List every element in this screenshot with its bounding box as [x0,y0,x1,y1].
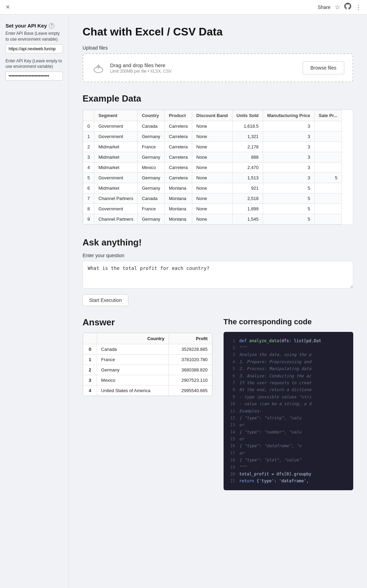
table-cell: 2,178 [232,142,263,152]
code-line: 15 or [229,435,348,442]
question-textarea[interactable]: What is the total profit for each countr… [83,261,353,288]
table-cell: 3 [263,132,314,142]
table-cell: 2907523.110 [169,375,212,386]
table-cell: Germany [138,132,164,142]
table-cell: Germany [138,214,164,224]
table-row: 0GovernmentCanadaCarreteraNone1,618.53 [83,121,342,132]
answer-section: Answer Country Profit 0Canada3529228.885… [83,317,353,490]
table-row: 4MidmarketMexicoCarreteraNone2,4703 [83,162,342,173]
table-cell: France [97,355,169,365]
table-cell [314,121,342,132]
table-cell: None [192,121,232,132]
answer-table-wrapper: Country Profit 0Canada3529228.8851France… [83,333,213,396]
table-cell: None [192,193,232,204]
top-bar-actions: Share ☆ ⋮ [318,3,361,11]
table-cell: France [138,204,164,214]
table-row: 1France3781020.780 [83,355,212,365]
api-key-label: Enter API Key (Leave empty to use enviro… [6,58,63,70]
api-base-label: Enter API Base (Leave empty to use envir… [6,31,63,42]
upload-section-label: Upload files [83,45,353,51]
table-cell: Carretera [164,152,192,162]
table-cell: Government [94,132,138,142]
table-cell: Midmarket [94,142,138,152]
table-cell: Mexico [97,375,169,386]
top-bar: ✕ Share ☆ ⋮ [0,0,367,14]
table-cell: Montana [164,204,192,214]
page-title: Chat with Excel / CSV Data [83,25,353,38]
table-cell [314,214,342,224]
answer-table: Country Profit 0Canada3529228.8851France… [83,333,212,396]
table-cell: United States of America [97,386,169,396]
table-cell: 921 [232,183,263,193]
table-cell: 3 [263,121,314,132]
code-line: 17 or [229,450,348,456]
table-cell: 2 [83,365,97,375]
table-cell: 7 [83,193,94,204]
sidebar-title-text: Set your API Key [6,23,47,29]
table-cell: Midmarket [94,183,138,193]
answer-left: Answer Country Profit 0Canada3529228.885… [83,317,213,396]
github-icon[interactable] [344,3,351,11]
code-line: 14 { "type": "number", "valu [229,429,348,435]
table-cell: 5 [263,183,314,193]
table-cell [314,162,342,173]
table-cell: None [192,214,232,224]
table-cell: 3 [83,375,97,386]
table-cell: 1,899 [232,204,263,214]
code-line: 21 return {'type': 'dataframe', [229,477,348,484]
close-icon[interactable]: ✕ [6,4,10,10]
table-cell [314,183,342,193]
browse-files-button[interactable]: Browse files [303,61,344,74]
code-line: 16 { "type": "dataframe", "v [229,442,348,449]
table-cell: 3680388.820 [169,365,212,375]
start-execution-button[interactable]: Start Execution [83,294,128,306]
share-button[interactable]: Share [318,4,331,10]
table-cell [314,193,342,204]
table-row: 1GovernmentGermanyCarreteraNone1,3213 [83,132,342,142]
table-cell: Government [94,204,138,214]
upload-drag-text: Drag and drop files here [110,62,172,68]
table-cell: 3781020.780 [169,355,212,365]
upload-area[interactable]: Drag and drop files here Limit 200MB per… [83,53,353,82]
table-row: 6MidmarketGermanyMontanaNone9215 [83,183,342,193]
upload-left: Drag and drop files here Limit 200MB per… [91,61,172,75]
table-cell: 3 [263,142,314,152]
table-cell: France [138,142,164,152]
api-base-input[interactable] [6,44,63,53]
upload-cloud-icon [91,61,105,75]
code-line: 7 If the user requests to creat [229,379,348,386]
code-line: 12 { "type": "string", "valu [229,414,348,421]
table-row: 9Channel PartnersGermanyMontanaNone1,545… [83,214,342,224]
example-data-table: Segment Country Product Discount Band Un… [83,110,342,224]
table-cell: 1,545 [232,214,263,224]
more-icon[interactable]: ⋮ [355,3,361,11]
col-header-sale-price: Sale Pr... [314,110,342,121]
star-icon[interactable]: ☆ [335,3,340,11]
col-header-discount: Discount Band [192,110,232,121]
table-cell: Germany [97,365,169,375]
table-cell: Government [94,121,138,132]
col-header-product: Product [164,110,192,121]
table-cell: Carretera [164,121,192,132]
table-row: 8GovernmentFranceMontanaNone1,8995 [83,204,342,214]
code-line: 9 - type (possible values "stri [229,393,348,400]
help-icon[interactable]: ? [49,23,54,29]
code-line: 20 total_profit = dfs[0].groupby [229,471,348,477]
code-line: 4 1. Prepare: Preprocessing and [229,358,348,365]
table-row: 7Channel PartnersCanadaMontanaNone2,5185 [83,193,342,204]
table-cell: 2,518 [232,193,263,204]
api-key-input[interactable] [6,72,63,81]
table-cell: Carretera [164,173,192,183]
code-line: 8 At the end, return a dictiona [229,386,348,393]
table-cell: Canada [97,344,169,355]
table-cell: 3 [263,152,314,162]
table-cell: 0 [83,344,97,355]
table-cell: 2 [83,142,94,152]
code-line: 3 Analyze the data, using the p [229,351,348,358]
answer-header-row: Country Profit [83,333,212,344]
table-cell: 9 [83,214,94,224]
table-cell: 6 [83,183,94,193]
table-cell: 4 [83,386,97,396]
table-cell: Canada [138,193,164,204]
table-cell: 5 [263,204,314,214]
